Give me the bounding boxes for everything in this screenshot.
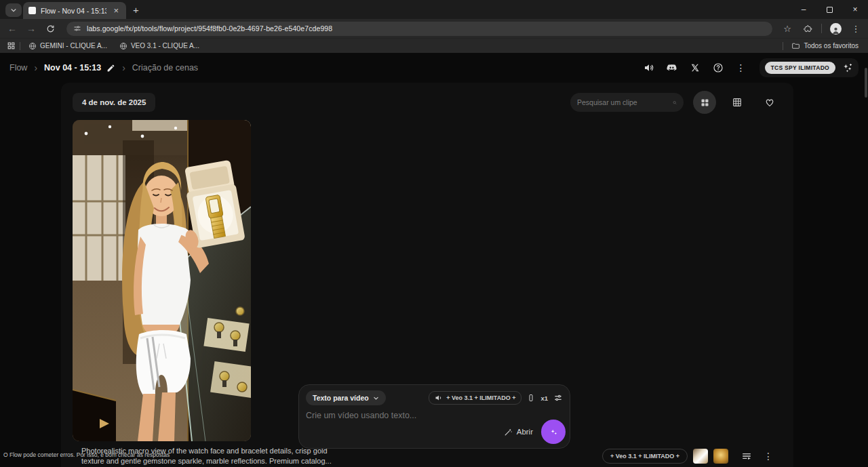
favorites-button[interactable] (758, 91, 781, 114)
video-prompt-input[interactable] (306, 411, 563, 420)
breadcrumb-section[interactable]: Criação de cenas (132, 63, 198, 73)
maximize-button[interactable] (816, 0, 842, 19)
puzzle-icon (804, 24, 812, 33)
chevron-down-icon (373, 395, 379, 401)
bookmark-gemini[interactable]: GEMINI - CLIQUE A... (28, 42, 107, 50)
url-bar[interactable]: labs.google/fx/pt/tools/flow/project/954… (66, 22, 772, 36)
model-label: + Veo 3.1 + ILIMITADO + (446, 394, 515, 401)
prompt-bar-header: Texto para vídeo + Veo 3.1 + ILIMITADO +… (306, 390, 563, 405)
tab-search-button[interactable] (5, 3, 22, 17)
open-button[interactable]: Abrir (504, 428, 533, 436)
play-indicator[interactable] (98, 418, 111, 429)
browser-toolbar: ← → labs.google/fx/pt/tools/flow/project… (0, 19, 868, 38)
sparkle-wand-icon[interactable] (842, 62, 853, 74)
profile-button[interactable] (827, 20, 844, 37)
minimize-button[interactable]: – (791, 0, 816, 19)
view-grid-small-button[interactable] (726, 91, 749, 114)
prompt-bar-settings: + Veo 3.1 + ILIMITADO + x1 (429, 391, 563, 405)
chevron-down-icon (10, 7, 17, 14)
clip-card[interactable] (73, 120, 251, 441)
sound-button[interactable] (639, 58, 659, 78)
more-options-button[interactable]: ⋮ (731, 58, 751, 78)
clip-thumbnail-1[interactable] (693, 449, 708, 464)
bookmark-label: GEMINI - CLIQUE A... (40, 42, 107, 49)
plan-badge[interactable]: TCS SPY ILIMITADO (765, 62, 836, 74)
browser-window: Flow - Nov 04 - 15:13 × + – × ← → labs.g… (0, 0, 868, 467)
clip-thumbnail-2[interactable] (713, 449, 728, 464)
app-header: Flow › Nov 04 - 15:13 › Criação de cenas (0, 53, 868, 83)
help-button[interactable] (708, 58, 728, 78)
maximize-icon (827, 7, 833, 13)
reload-button[interactable] (42, 20, 58, 37)
date-chip: 4 de nov. de 2025 (73, 93, 155, 112)
scrollbar-thumb[interactable] (865, 68, 867, 98)
mode-label: Texto para vídeo (313, 394, 369, 402)
header-actions: ⋮ TCS SPY ILIMITADO (639, 58, 859, 78)
edit-pencil-icon[interactable] (106, 64, 115, 73)
site-settings-icon (73, 24, 81, 33)
mode-selector[interactable]: Texto para vídeo (306, 390, 386, 405)
back-button[interactable]: ← (4, 20, 20, 37)
aspect-ratio-icon[interactable] (527, 394, 535, 402)
x-social-button[interactable] (685, 58, 705, 78)
view-grid-large-button[interactable] (693, 91, 716, 114)
filters-icon[interactable] (553, 393, 563, 403)
bookmark-star-button[interactable]: ☆ (779, 20, 795, 37)
gallery-controls (570, 91, 781, 114)
search-icon (673, 98, 677, 107)
grid-2x2-icon (700, 98, 710, 108)
play-icon (98, 418, 111, 429)
forward-button[interactable]: → (23, 20, 39, 37)
project-title-text: Nov 04 - 15:13 (44, 63, 101, 73)
bookmark-veo[interactable]: VEO 3.1 - CLIQUE A... (119, 42, 199, 50)
browser-menu-button[interactable]: ⋮ (848, 20, 864, 37)
bookmark-label: VEO 3.1 - CLIQUE A... (131, 42, 199, 49)
help-icon (713, 62, 724, 73)
x-logo-icon (690, 63, 700, 73)
folder-icon (791, 41, 800, 50)
chevron-right-icon: › (122, 62, 125, 73)
breadcrumb-app[interactable]: Flow (9, 63, 27, 73)
output-count[interactable]: x1 (540, 394, 548, 402)
footer-disclaimer: O Flow pode cometer erros. Por isso, é b… (3, 451, 170, 458)
clip-menu-button[interactable]: ⋮ (761, 449, 776, 464)
playlist-icon (741, 451, 752, 462)
plan-container: TCS SPY ILIMITADO (760, 58, 859, 77)
tab-title: Flow - Nov 04 - 15:13 (41, 7, 106, 15)
reload-icon (46, 24, 55, 33)
prompt-bar-actions: Abrir (504, 420, 566, 444)
prompt-bar: Texto para vídeo + Veo 3.1 + ILIMITADO +… (298, 384, 570, 449)
speaker-icon (435, 394, 443, 402)
avatar (830, 23, 842, 35)
person-icon (831, 26, 840, 35)
close-window-button[interactable]: × (842, 0, 868, 19)
discord-icon (666, 62, 677, 74)
new-tab-button[interactable]: + (133, 4, 139, 16)
apps-grid-icon[interactable] (7, 41, 16, 50)
grid-3x3-icon (732, 97, 743, 108)
browser-tab[interactable]: Flow - Nov 04 - 15:13 × (23, 2, 126, 19)
bottom-controls: + Veo 3.1 + ILIMITADO + ⋮ (602, 447, 776, 465)
search-input[interactable] (577, 98, 669, 106)
globe-icon (28, 42, 37, 50)
flow-app: Flow › Nov 04 - 15:13 › Criação de cenas (0, 53, 868, 467)
gallery-toolbar: 4 de nov. de 2025 (61, 83, 793, 114)
clip-search[interactable] (570, 93, 684, 112)
bottom-model-badge[interactable]: + Veo 3.1 + ILIMITADO + (602, 449, 688, 464)
open-label: Abrir (517, 428, 533, 436)
wand-icon (504, 428, 513, 436)
all-bookmarks-button[interactable]: Todos os favoritos (791, 41, 859, 50)
model-selector[interactable]: + Veo 3.1 + ILIMITADO + (429, 391, 521, 405)
flow-favicon (28, 7, 36, 14)
tab-strip: Flow - Nov 04 - 15:13 × + – × (0, 0, 868, 19)
tab-close-icon[interactable]: × (111, 5, 121, 16)
breadcrumb: Flow › Nov 04 - 15:13 › Criação de cenas (9, 62, 198, 73)
project-title[interactable]: Nov 04 - 15:13 (44, 63, 115, 73)
toolbar-right: ☆ ⋮ (779, 20, 864, 37)
generate-button[interactable] (541, 420, 566, 444)
extensions-button[interactable] (800, 20, 816, 37)
discord-button[interactable] (662, 58, 682, 78)
clip-image-watch-woman (73, 120, 251, 441)
queue-button[interactable] (739, 449, 754, 464)
bookmarks-divider-right (783, 42, 783, 50)
